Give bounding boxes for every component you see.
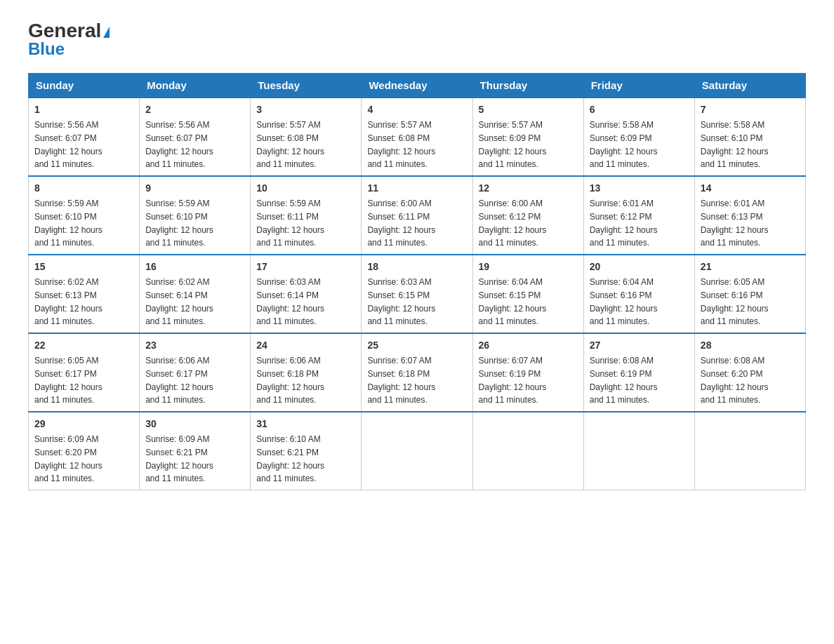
day-number: 4	[367, 102, 466, 117]
calendar-cell: 11 Sunrise: 6:00 AMSunset: 6:11 PMDaylig…	[362, 176, 472, 255]
day-number: 13	[590, 181, 689, 196]
weekday-header-tuesday: Tuesday	[251, 74, 362, 98]
calendar-week-1: 1 Sunrise: 5:56 AMSunset: 6:07 PMDayligh…	[29, 98, 806, 176]
calendar-cell: 1 Sunrise: 5:56 AMSunset: 6:07 PMDayligh…	[29, 98, 140, 176]
calendar-cell: 8 Sunrise: 5:59 AMSunset: 6:10 PMDayligh…	[29, 176, 140, 255]
day-info: Sunrise: 5:59 AMSunset: 6:10 PMDaylight:…	[34, 199, 102, 248]
calendar-cell: 3 Sunrise: 5:57 AMSunset: 6:08 PMDayligh…	[251, 98, 362, 176]
day-number: 23	[145, 338, 244, 353]
day-info: Sunrise: 6:07 AMSunset: 6:19 PMDaylight:…	[479, 356, 547, 405]
logo-blue: Blue	[28, 39, 65, 59]
calendar-cell: 31 Sunrise: 6:10 AMSunset: 6:21 PMDaylig…	[251, 412, 362, 490]
day-info: Sunrise: 5:59 AMSunset: 6:11 PMDaylight:…	[256, 199, 324, 248]
day-info: Sunrise: 5:57 AMSunset: 6:08 PMDaylight:…	[367, 120, 435, 169]
day-number: 5	[479, 102, 578, 117]
calendar-week-3: 15 Sunrise: 6:02 AMSunset: 6:13 PMDaylig…	[29, 255, 806, 333]
calendar-cell: 9 Sunrise: 5:59 AMSunset: 6:10 PMDayligh…	[140, 176, 251, 255]
day-number: 8	[34, 181, 133, 196]
calendar-table: SundayMondayTuesdayWednesdayThursdayFrid…	[28, 73, 806, 490]
day-number: 30	[145, 417, 244, 431]
calendar-cell: 27 Sunrise: 6:08 AMSunset: 6:19 PMDaylig…	[583, 333, 694, 412]
day-number: 6	[590, 102, 689, 117]
calendar-cell: 17 Sunrise: 6:03 AMSunset: 6:14 PMDaylig…	[251, 255, 362, 333]
calendar-cell: 28 Sunrise: 6:08 AMSunset: 6:20 PMDaylig…	[694, 333, 805, 412]
logo: General Blue	[28, 21, 110, 59]
day-number: 3	[256, 102, 355, 117]
calendar-cell: 24 Sunrise: 6:06 AMSunset: 6:18 PMDaylig…	[251, 333, 362, 412]
day-info: Sunrise: 6:07 AMSunset: 6:18 PMDaylight:…	[367, 356, 435, 405]
day-info: Sunrise: 6:05 AMSunset: 6:16 PMDaylight:…	[701, 277, 769, 326]
day-info: Sunrise: 5:58 AMSunset: 6:09 PMDaylight:…	[590, 120, 658, 169]
weekday-header-monday: Monday	[140, 74, 251, 98]
calendar-cell: 16 Sunrise: 6:02 AMSunset: 6:14 PMDaylig…	[140, 255, 251, 333]
calendar-cell: 14 Sunrise: 6:01 AMSunset: 6:13 PMDaylig…	[694, 176, 805, 255]
calendar-cell: 23 Sunrise: 6:06 AMSunset: 6:17 PMDaylig…	[140, 333, 251, 412]
day-info: Sunrise: 6:04 AMSunset: 6:16 PMDaylight:…	[590, 277, 658, 326]
day-info: Sunrise: 6:09 AMSunset: 6:21 PMDaylight:…	[145, 434, 213, 483]
day-number: 7	[701, 102, 800, 117]
day-info: Sunrise: 6:05 AMSunset: 6:17 PMDaylight:…	[34, 356, 102, 405]
day-info: Sunrise: 6:08 AMSunset: 6:19 PMDaylight:…	[590, 356, 658, 405]
logo-text: General	[28, 21, 110, 41]
day-number: 24	[256, 338, 355, 353]
weekday-header-thursday: Thursday	[472, 74, 583, 98]
day-number: 10	[256, 181, 355, 196]
day-number: 25	[367, 338, 466, 353]
day-info: Sunrise: 6:02 AMSunset: 6:13 PMDaylight:…	[34, 277, 102, 326]
day-info: Sunrise: 6:06 AMSunset: 6:18 PMDaylight:…	[256, 356, 324, 405]
calendar-cell: 29 Sunrise: 6:09 AMSunset: 6:20 PMDaylig…	[29, 412, 140, 490]
calendar-cell: 12 Sunrise: 6:00 AMSunset: 6:12 PMDaylig…	[472, 176, 583, 255]
calendar-cell	[472, 412, 583, 490]
calendar-cell: 4 Sunrise: 5:57 AMSunset: 6:08 PMDayligh…	[362, 98, 472, 176]
calendar-body: 1 Sunrise: 5:56 AMSunset: 6:07 PMDayligh…	[29, 98, 806, 490]
day-number: 31	[256, 417, 355, 431]
calendar-cell: 19 Sunrise: 6:04 AMSunset: 6:15 PMDaylig…	[472, 255, 583, 333]
page-header: General Blue	[28, 21, 806, 59]
day-number: 9	[145, 181, 244, 196]
day-number: 22	[34, 338, 133, 353]
calendar-cell: 20 Sunrise: 6:04 AMSunset: 6:16 PMDaylig…	[583, 255, 694, 333]
day-info: Sunrise: 6:08 AMSunset: 6:20 PMDaylight:…	[701, 356, 769, 405]
weekday-header-wednesday: Wednesday	[362, 74, 472, 98]
day-number: 20	[590, 260, 689, 274]
weekday-header-friday: Friday	[583, 74, 694, 98]
day-info: Sunrise: 6:09 AMSunset: 6:20 PMDaylight:…	[34, 434, 102, 483]
calendar-week-2: 8 Sunrise: 5:59 AMSunset: 6:10 PMDayligh…	[29, 176, 806, 255]
calendar-cell: 2 Sunrise: 5:56 AMSunset: 6:07 PMDayligh…	[140, 98, 251, 176]
day-info: Sunrise: 5:56 AMSunset: 6:07 PMDaylight:…	[145, 120, 213, 169]
day-number: 28	[701, 338, 800, 353]
calendar-cell	[583, 412, 694, 490]
calendar-cell: 7 Sunrise: 5:58 AMSunset: 6:10 PMDayligh…	[694, 98, 805, 176]
day-number: 19	[479, 260, 578, 274]
day-info: Sunrise: 6:00 AMSunset: 6:11 PMDaylight:…	[367, 199, 435, 248]
day-info: Sunrise: 5:57 AMSunset: 6:08 PMDaylight:…	[256, 120, 324, 169]
day-number: 27	[590, 338, 689, 353]
calendar-cell: 25 Sunrise: 6:07 AMSunset: 6:18 PMDaylig…	[362, 333, 472, 412]
day-info: Sunrise: 6:03 AMSunset: 6:15 PMDaylight:…	[367, 277, 435, 326]
day-number: 1	[34, 102, 133, 117]
calendar-cell: 10 Sunrise: 5:59 AMSunset: 6:11 PMDaylig…	[251, 176, 362, 255]
weekday-header-sunday: Sunday	[29, 74, 140, 98]
calendar-cell: 30 Sunrise: 6:09 AMSunset: 6:21 PMDaylig…	[140, 412, 251, 490]
day-info: Sunrise: 6:06 AMSunset: 6:17 PMDaylight:…	[145, 356, 213, 405]
day-number: 14	[701, 181, 800, 196]
calendar-cell: 15 Sunrise: 6:02 AMSunset: 6:13 PMDaylig…	[29, 255, 140, 333]
day-number: 2	[145, 102, 244, 117]
weekday-header-saturday: Saturday	[694, 74, 805, 98]
day-info: Sunrise: 6:02 AMSunset: 6:14 PMDaylight:…	[145, 277, 213, 326]
day-info: Sunrise: 6:01 AMSunset: 6:12 PMDaylight:…	[590, 199, 658, 248]
calendar-cell: 22 Sunrise: 6:05 AMSunset: 6:17 PMDaylig…	[29, 333, 140, 412]
calendar-cell	[362, 412, 472, 490]
weekday-header-row: SundayMondayTuesdayWednesdayThursdayFrid…	[29, 74, 806, 98]
calendar-cell: 21 Sunrise: 6:05 AMSunset: 6:16 PMDaylig…	[694, 255, 805, 333]
day-info: Sunrise: 6:10 AMSunset: 6:21 PMDaylight:…	[256, 434, 324, 483]
calendar-cell: 6 Sunrise: 5:58 AMSunset: 6:09 PMDayligh…	[583, 98, 694, 176]
day-number: 12	[479, 181, 578, 196]
day-info: Sunrise: 5:59 AMSunset: 6:10 PMDaylight:…	[145, 199, 213, 248]
calendar-week-4: 22 Sunrise: 6:05 AMSunset: 6:17 PMDaylig…	[29, 333, 806, 412]
day-info: Sunrise: 6:04 AMSunset: 6:15 PMDaylight:…	[479, 277, 547, 326]
day-number: 26	[479, 338, 578, 353]
day-number: 11	[367, 181, 466, 196]
day-info: Sunrise: 6:01 AMSunset: 6:13 PMDaylight:…	[701, 199, 769, 248]
calendar-cell: 5 Sunrise: 5:57 AMSunset: 6:09 PMDayligh…	[472, 98, 583, 176]
